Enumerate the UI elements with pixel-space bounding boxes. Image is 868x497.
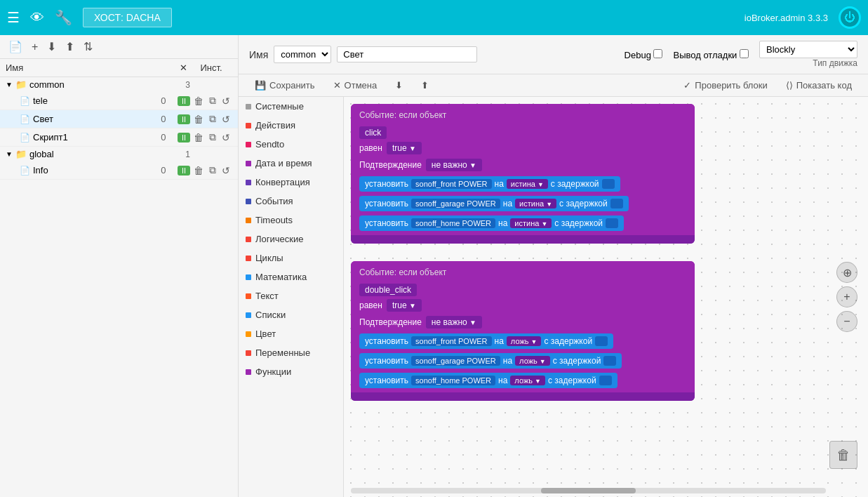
delay-box-1-2: [610, 199, 623, 208]
cat-peremennye[interactable]: Переменные: [239, 343, 343, 362]
zoom-out-button[interactable]: −: [836, 311, 857, 332]
copy-btn-tele[interactable]: ⧉: [207, 94, 218, 107]
upload-button[interactable]: ⬆: [62, 39, 77, 55]
item-name-script1: Скрипт1: [33, 132, 149, 143]
cat-color-timeouts: [246, 218, 251, 223]
canvas-scrollbar[interactable]: [351, 488, 826, 493]
output-checkbox[interactable]: [740, 49, 749, 58]
folder-common[interactable]: ▼ 📁 common 3: [0, 77, 238, 92]
event-block-2: Событие: если объект double_click равен …: [351, 261, 695, 401]
cat-spiski[interactable]: Списки: [239, 305, 343, 324]
copy-btn-script1[interactable]: ⧉: [207, 131, 218, 144]
cat-tsvet[interactable]: Цвет: [239, 324, 343, 343]
event1-action-1: установить sonoff_front POWER на истина …: [359, 176, 620, 192]
delay-box-1-3: [606, 218, 618, 228]
cat-sobytiya[interactable]: События: [239, 192, 343, 211]
cat-tsikly[interactable]: Циклы: [239, 249, 343, 267]
pause-btn-script1[interactable]: II: [178, 133, 190, 143]
cat-color-sobytiya: [246, 199, 251, 204]
main-layout: 📄 + ⬇ ⬆ ⇅ Имя ✕ Инст. ▼ 📁 common 3 📄: [0, 35, 868, 497]
cat-color-logicheskie: [246, 237, 251, 242]
show-code-button[interactable]: ⟨⟩ Показать код: [780, 78, 857, 93]
tree-item-svet[interactable]: 📄 Свет 0 II 🗑 ⧉ ↺: [0, 110, 238, 128]
trash-button[interactable]: 🗑: [829, 441, 857, 469]
export-icon: ⬇: [395, 80, 403, 91]
folder-icon-common: 📁: [15, 79, 27, 90]
cat-matematika[interactable]: Математика: [239, 267, 343, 286]
pause-btn-info[interactable]: II: [178, 166, 190, 175]
cat-logicheskie[interactable]: Логические: [239, 230, 343, 249]
copy-btn-info[interactable]: ⧉: [207, 164, 218, 177]
folder-global[interactable]: ▼ 📁 global 1: [0, 147, 238, 161]
engine-label: Тип движка: [759, 58, 857, 68]
save-button[interactable]: 💾 Сохранить: [249, 78, 321, 93]
cat-sendto[interactable]: Sendto: [239, 135, 343, 154]
set-label-2-3: установить: [365, 376, 408, 385]
script-name-input[interactable]: [337, 46, 477, 62]
folder-select[interactable]: common: [274, 46, 331, 63]
refresh-btn-svet[interactable]: ↺: [220, 113, 232, 126]
left-toolbar: 📄 + ⬇ ⬆ ⇅: [0, 35, 238, 59]
tree-item-script1[interactable]: 📄 Скрипт1 0 II 🗑 ⧉ ↺: [0, 128, 238, 147]
verify-button[interactable]: ✓ Проверить блоки: [678, 78, 773, 93]
eye-icon[interactable]: 👁: [30, 10, 44, 26]
cat-color-konvertaciya: [246, 180, 251, 185]
refresh-btn-info[interactable]: ↺: [220, 164, 232, 177]
zoom-in-button[interactable]: +: [836, 286, 857, 307]
cat-datetime[interactable]: Дата и время: [239, 154, 343, 173]
event2-condition-prefix: равен: [359, 300, 382, 310]
event2-condition-val: true ▼: [387, 299, 422, 312]
engine-select[interactable]: Blockly: [759, 41, 857, 58]
event1-confirm-label: Подтверждение: [359, 160, 422, 170]
version-label: ioBroker.admin 3.3.3: [745, 13, 828, 23]
debug-checkbox[interactable]: [653, 49, 662, 58]
cat-label-timeouts: Timeouts: [255, 215, 293, 225]
cat-tekst[interactable]: Текст: [239, 286, 343, 305]
download-button[interactable]: ⬇: [44, 39, 59, 55]
delay-label-1-2: с задержкой: [559, 199, 608, 208]
folder-label-common: common: [29, 79, 176, 90]
val-1-1: истина ▼: [507, 179, 548, 189]
add-button[interactable]: +: [29, 39, 41, 55]
pan-button[interactable]: ⊕: [836, 262, 857, 283]
cat-color-tsvet: [246, 331, 251, 337]
export-button[interactable]: ⬇: [389, 78, 408, 93]
power-button[interactable]: ⏻: [839, 6, 861, 29]
delete-btn-info[interactable]: 🗑: [192, 164, 206, 177]
pause-btn-tele[interactable]: II: [178, 96, 190, 106]
refresh-btn-script1[interactable]: ↺: [220, 131, 232, 144]
tree-item-info[interactable]: 📄 Info 0 II 🗑 ⧉ ↺: [0, 161, 238, 180]
item-count-info: 0: [149, 165, 178, 175]
host-button[interactable]: ХОСТ: DACHA: [83, 8, 172, 27]
delete-btn-svet[interactable]: 🗑: [192, 113, 206, 126]
tree-item-tele[interactable]: 📄 tele 0 II 🗑 ⧉ ↺: [0, 92, 238, 110]
tree-header: Имя ✕ Инст.: [0, 59, 238, 77]
verify-label: Проверить блоки: [695, 80, 767, 91]
cat-konvertaciya[interactable]: Конвертация: [239, 173, 343, 192]
event-block-1: Событие: если объект click равен true ▼: [351, 104, 695, 244]
cat-label-sobytiya: События: [255, 196, 293, 206]
folder-count-global: 1: [176, 150, 190, 159]
copy-btn-svet[interactable]: ⧉: [207, 112, 218, 126]
delete-btn-script1[interactable]: 🗑: [192, 131, 206, 144]
wrench-icon[interactable]: 🔧: [55, 9, 72, 26]
script-name-bar: Имя common Debug Вывод отладки Blockly: [239, 35, 868, 74]
new-script-button[interactable]: 📄: [6, 39, 25, 55]
import-button[interactable]: ⬆: [415, 78, 434, 93]
event1-obj: click: [359, 126, 387, 139]
cat-sistemnie[interactable]: Системные: [239, 97, 343, 116]
cat-deistviya[interactable]: Действия: [239, 116, 343, 135]
blockly-canvas[interactable]: Событие: если объект click равен true ▼: [344, 97, 868, 497]
cat-color-matematika: [246, 274, 251, 280]
cat-funktsii[interactable]: Функции: [239, 362, 343, 381]
refresh-btn-tele[interactable]: ↺: [220, 95, 232, 107]
event1-confirm-val: не важно ▼: [426, 159, 482, 171]
sort-button[interactable]: ⇅: [81, 39, 95, 55]
event2-confirm-label: Подтверждение: [359, 317, 422, 327]
cancel-button[interactable]: ✕ Отмена: [328, 78, 383, 93]
cat-timeouts[interactable]: Timeouts: [239, 211, 343, 230]
menu-icon[interactable]: ☰: [7, 9, 20, 26]
delete-btn-tele[interactable]: 🗑: [192, 95, 206, 107]
tree: ▼ 📁 common 3 📄 tele 0 II 🗑 ⧉ ↺ �: [0, 77, 238, 497]
pause-btn-svet[interactable]: II: [178, 114, 190, 124]
